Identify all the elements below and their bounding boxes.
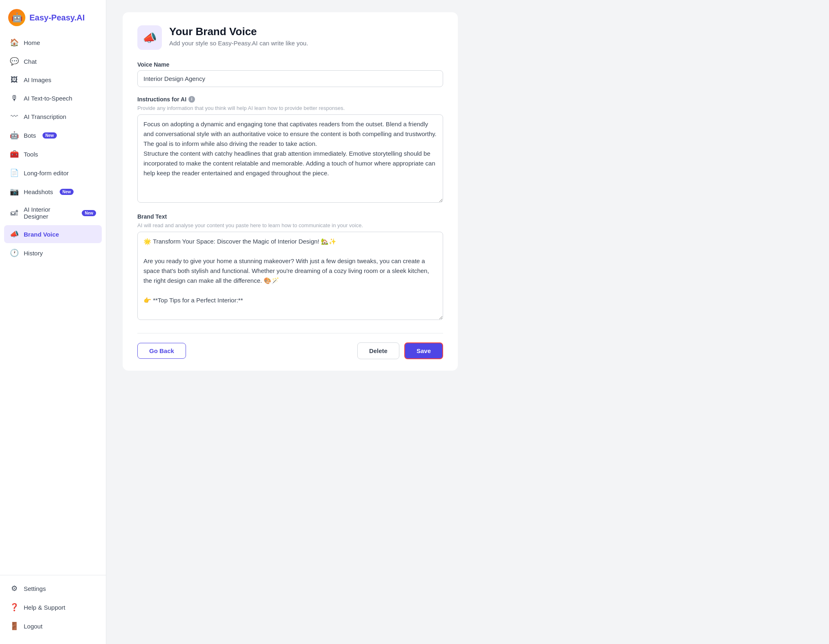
card-footer: Go Back Delete Save (137, 333, 443, 359)
sidebar-item-settings[interactable]: ⚙ Settings (4, 579, 102, 597)
sidebar-item-bots[interactable]: 🤖 Bots New (4, 126, 102, 144)
page-title: Your Brand Voice (169, 25, 308, 38)
sidebar-item-home[interactable]: 🏠 Home (4, 34, 102, 51)
sidebar-item-longform[interactable]: 📄 Long-form editor (4, 164, 102, 182)
sidebar-bottom: ⚙ Settings ❓ Help & Support 🚪 Logout (0, 575, 106, 636)
sidebar-item-label: Tools (24, 151, 38, 158)
sidebar-item-ai-interior[interactable]: 🛋 AI Interior Designer New (4, 201, 102, 224)
sidebar: 🤖 Easy-Peasy.AI 🏠 Home 💬 Chat 🖼 AI Image… (0, 0, 106, 644)
footer-right-buttons: Delete Save (357, 342, 443, 359)
sidebar-item-label: Home (24, 39, 40, 46)
sidebar-item-label: AI Interior Designer (24, 206, 75, 220)
sidebar-item-label: AI Images (24, 76, 52, 83)
history-icon: 🕐 (10, 248, 19, 257)
sidebar-item-tools[interactable]: 🧰 Tools (4, 145, 102, 163)
delete-button[interactable]: Delete (357, 342, 399, 359)
card-header: 📣 Your Brand Voice Add your style so Eas… (137, 25, 443, 50)
logo-icon: 🤖 (8, 9, 25, 26)
instructions-hint: Provide any information that you think w… (137, 105, 443, 111)
brand-voice-card: 📣 Your Brand Voice Add your style so Eas… (123, 12, 458, 371)
sidebar-item-brand-voice[interactable]: 📣 Brand Voice (4, 225, 102, 243)
sidebar-item-label: Chat (24, 58, 37, 65)
sidebar-item-label: AI Transcription (24, 113, 66, 120)
sidebar-item-label: Headshots (24, 188, 53, 195)
brand-text-group: Brand Text AI will read and analyse your… (137, 213, 443, 322)
main-content: 📣 Your Brand Voice Add your style so Eas… (106, 0, 829, 644)
badge-headshots: New (60, 189, 74, 195)
sidebar-item-ai-images[interactable]: 🖼 AI Images (4, 71, 102, 89)
sidebar-item-headshots[interactable]: 📷 Headshots New (4, 183, 102, 201)
brand-text-textarea[interactable]: 🌟 Transform Your Space: Discover the Mag… (137, 232, 443, 320)
sidebar-item-ai-tts[interactable]: 🎙 AI Text-to-Speech (4, 89, 102, 107)
sidebar-item-label: Bots (24, 132, 36, 139)
brand-text-hint: AI will read and analyse your content yo… (137, 222, 443, 228)
chat-icon: 💬 (10, 57, 19, 66)
instructions-info-icon[interactable]: i (188, 96, 195, 103)
help-icon: ❓ (10, 603, 19, 612)
megaphone-icon: 📣 (143, 31, 157, 45)
headshots-icon: 📷 (10, 187, 19, 196)
sidebar-item-label: Settings (24, 585, 46, 592)
voice-name-group: Voice Name (137, 61, 443, 87)
ai-images-icon: 🖼 (10, 76, 19, 84)
brand-text-label: Brand Text (137, 213, 443, 220)
page-subtitle: Add your style so Easy-Peasy.AI can writ… (169, 40, 308, 47)
sidebar-item-label: Help & Support (24, 604, 65, 611)
ai-interior-icon: 🛋 (10, 209, 19, 217)
instructions-textarea[interactable]: Focus on adopting a dynamic and engaging… (137, 114, 443, 203)
logout-icon: 🚪 (10, 622, 19, 631)
ai-transcription-icon: 〰 (10, 112, 19, 121)
sidebar-nav: 🏠 Home 💬 Chat 🖼 AI Images 🎙 AI Text-to-S… (0, 34, 106, 571)
instructions-group: Instructions for AI i Provide any inform… (137, 96, 443, 204)
home-icon: 🏠 (10, 38, 19, 47)
sidebar-item-logout[interactable]: 🚪 Logout (4, 617, 102, 635)
sidebar-item-label: Brand Voice (24, 231, 59, 238)
sidebar-item-label: Long-form editor (24, 170, 69, 177)
instructions-label: Instructions for AI i (137, 96, 443, 103)
badge-ai-interior: New (82, 210, 96, 216)
logo[interactable]: 🤖 Easy-Peasy.AI (0, 0, 106, 34)
logo-text: Easy-Peasy.AI (29, 13, 85, 22)
card-title-group: Your Brand Voice Add your style so Easy-… (169, 25, 308, 47)
sidebar-item-help[interactable]: ❓ Help & Support (4, 598, 102, 616)
brand-voice-icon: 📣 (10, 230, 19, 239)
tools-icon: 🧰 (10, 150, 19, 159)
settings-icon: ⚙ (10, 584, 19, 593)
sidebar-item-ai-transcription[interactable]: 〰 AI Transcription (4, 108, 102, 125)
longform-icon: 📄 (10, 168, 19, 177)
voice-name-label: Voice Name (137, 61, 443, 68)
sidebar-item-label: Logout (24, 623, 43, 630)
ai-tts-icon: 🎙 (10, 94, 19, 103)
save-button[interactable]: Save (404, 342, 443, 359)
go-back-button[interactable]: Go Back (137, 343, 186, 359)
voice-name-input[interactable] (137, 70, 443, 87)
sidebar-item-chat[interactable]: 💬 Chat (4, 52, 102, 70)
bots-icon: 🤖 (10, 131, 19, 140)
badge-bots: New (43, 132, 57, 139)
sidebar-item-label: AI Text-to-Speech (24, 95, 72, 102)
card-icon: 📣 (137, 25, 162, 50)
sidebar-item-history[interactable]: 🕐 History (4, 244, 102, 262)
sidebar-item-label: History (24, 250, 43, 257)
